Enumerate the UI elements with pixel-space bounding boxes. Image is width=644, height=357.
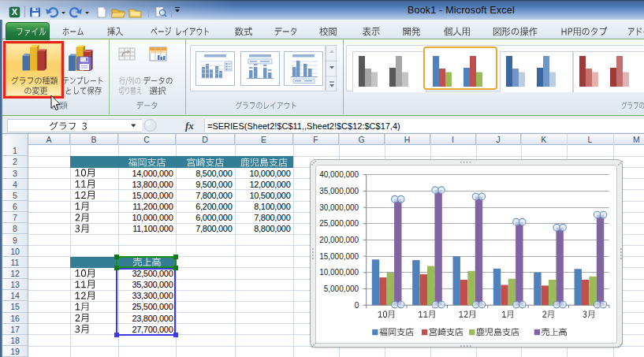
svg-text:15,000,000: 15,000,000 [319,251,359,260]
svg-text:10,000,000: 10,000,000 [319,268,359,277]
svg-text:40,000,000: 40,000,000 [319,170,359,179]
svg-text:5,000,000: 5,000,000 [323,284,359,293]
svg-text:30,000,000: 30,000,000 [319,203,359,211]
svg-text:20,000,000: 20,000,000 [319,236,359,244]
svg-text:0: 0 [354,300,359,309]
svg-text:X: X [12,7,18,17]
svg-text:25,000,000: 25,000,000 [319,219,359,228]
svg-text:35,000,000: 35,000,000 [319,187,359,195]
